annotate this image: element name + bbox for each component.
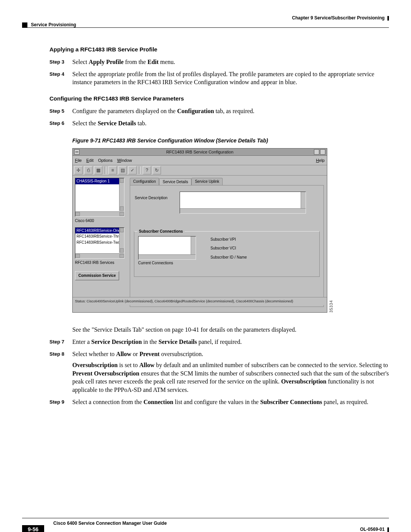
step-5: Step 5 Configure the parameters displaye… xyxy=(49,107,389,115)
header-chapter-text: Chapter 9 Service/Subscriber Provisionin… xyxy=(292,15,384,21)
workarea: CHASSIS-Region 1 Cisco 6400 RFC1483IRBSe… xyxy=(73,176,327,305)
list-item[interactable]: CHASSIS-Region 1 xyxy=(75,178,124,184)
scrollbar-vertical[interactable] xyxy=(119,228,124,253)
footer-bar-icon xyxy=(387,527,389,532)
page: Chapter 9 Service/Subscriber Provisionin… xyxy=(0,0,411,532)
figure-number: 35334 xyxy=(329,300,334,313)
heading-configuring: Configuring the RFC1483 IRB Service Para… xyxy=(49,95,389,102)
header-bar-icon xyxy=(387,16,389,21)
menu-file[interactable]: File xyxy=(75,158,82,163)
step-body: Enter a Service Description in the Servi… xyxy=(72,338,389,346)
right-panel: Configuration Service Details Service Up… xyxy=(130,178,324,307)
menu-window[interactable]: Window xyxy=(117,158,132,163)
toolbar-refresh-icon[interactable]: ↻ xyxy=(153,166,161,174)
step-body: Select Apply Profile from the Edit menu. xyxy=(72,58,389,66)
toolbar: ✢ ⎙ ▦ ≡ ▤ ✓ ? ↻ xyxy=(73,165,327,176)
scrollbar-vertical[interactable] xyxy=(191,236,196,255)
step-body: Configure the parameters displayed on th… xyxy=(72,107,389,115)
header-square-icon xyxy=(22,22,27,28)
service-description-input[interactable] xyxy=(180,192,306,214)
toolbar-check-icon[interactable]: ✓ xyxy=(128,166,137,174)
step-body: Select a connection from the Connection … xyxy=(72,398,389,406)
services-list[interactable]: RFC1483IRBService-One RFC1483IRBService-… xyxy=(75,227,124,259)
group-legend: Subscriber Connections xyxy=(137,229,185,234)
services-caption: RFC1483 IRB Services xyxy=(75,260,124,265)
header-chapter: Chapter 9 Service/Subscriber Provisionin… xyxy=(292,15,389,21)
header-section-text: Service Provisioning xyxy=(31,22,76,27)
list-item[interactable]: RFC1483IRBService-One xyxy=(75,228,124,234)
scrollbar-vertical[interactable] xyxy=(301,192,306,209)
menu-edit[interactable]: Edit xyxy=(86,158,94,163)
step-label: Step 6 xyxy=(49,119,72,128)
step-label: Step 4 xyxy=(49,70,72,86)
chassis-caption: Cisco 6400 xyxy=(75,218,124,224)
header-rule xyxy=(22,27,389,28)
step-4: Step 4 Select the appropriate profile fr… xyxy=(49,70,389,86)
toolbar-btn-3[interactable]: ▦ xyxy=(94,166,102,174)
current-connections-list[interactable] xyxy=(138,236,196,260)
step-body: Select whether to Allow or Prevent overs… xyxy=(72,350,389,394)
current-connections-caption: Current Connections xyxy=(138,260,173,266)
subscriber-vpi-label: Subscriber VPI xyxy=(210,237,247,242)
footer-title: Cisco 6400 Service Connection Manager Us… xyxy=(53,521,167,526)
title-bar[interactable]: RFC1483 IRB Service Configuration xyxy=(73,149,327,156)
chassis-list[interactable]: CHASSIS-Region 1 xyxy=(75,178,124,217)
step-body: Select the appropriate profile from the … xyxy=(72,70,389,86)
scrollbar-horizontal[interactable] xyxy=(180,208,306,213)
left-panel: CHASSIS-Region 1 Cisco 6400 RFC1483IRBSe… xyxy=(75,178,124,280)
subscriber-connections-group: Subscriber Connections Current Connectio… xyxy=(134,231,320,277)
tab-configuration[interactable]: Configuration xyxy=(130,178,159,185)
step-7: Step 7 Enter a Service Description in th… xyxy=(49,338,389,346)
scrollbar-horizontal[interactable] xyxy=(139,254,196,259)
heading-applying: Applying a RFC1483 IRB Service Profile xyxy=(49,46,389,53)
content: Applying a RFC1483 IRB Service Profile S… xyxy=(49,46,389,410)
step-8: Step 8 Select whether to Allow or Preven… xyxy=(49,350,389,394)
toolbar-separator xyxy=(139,166,140,174)
subscriber-vci-label: Subscriber VCI xyxy=(210,246,247,251)
tabs: Configuration Service Details Service Up… xyxy=(130,178,324,185)
scrollbar-horizontal[interactable] xyxy=(75,211,124,216)
footer-doc-id: OL-0569-01 xyxy=(360,527,389,532)
subscriber-labels: Subscriber VPI Subscriber VCI Subscriber… xyxy=(210,237,247,264)
step-body: Select the Service Details tab. xyxy=(72,119,389,128)
step-3: Step 3 Select Apply Profile from the Edi… xyxy=(49,58,389,66)
figure-caption: Figure 9-71 RFC1483 IRB Service Configur… xyxy=(72,137,389,144)
step-label: Step 5 xyxy=(49,107,72,115)
header-section: Service Provisioning xyxy=(22,22,76,28)
toolbar-help-icon[interactable]: ? xyxy=(143,166,151,174)
window-title: RFC1483 IRB Service Configuration xyxy=(73,149,327,155)
window-buttons xyxy=(314,149,325,155)
menu-help[interactable]: Help xyxy=(316,158,325,163)
step-label: Step 3 xyxy=(49,58,72,66)
toolbar-btn-1[interactable]: ✢ xyxy=(74,166,83,174)
subscriber-id-label: Subscriber ID / Name xyxy=(210,255,247,260)
menubar: File Edit Options Window Help xyxy=(73,156,327,165)
service-description-label: Service Description xyxy=(135,195,167,201)
step-9: Step 9 Select a connection from the Conn… xyxy=(49,398,389,406)
menu-options[interactable]: Options xyxy=(98,158,113,163)
commission-service-button[interactable]: Commission Service xyxy=(75,271,119,280)
step-label: Step 7 xyxy=(49,338,72,346)
tab-service-uplink[interactable]: Service Uplink xyxy=(191,178,223,185)
list-item[interactable]: RFC1483IRBService-Two xyxy=(75,240,124,246)
step-label: Step 8 xyxy=(49,350,72,394)
toolbar-list-icon[interactable]: ≡ xyxy=(108,166,117,174)
list-item[interactable]: RFC1483IRBService-Three xyxy=(75,233,124,240)
page-number: 9-56 xyxy=(22,525,44,532)
toolbar-separator xyxy=(105,166,106,174)
status-bar: Status: Cisco6400ServiceUplink (decommis… xyxy=(73,297,327,305)
tab-service-details[interactable]: Service Details xyxy=(159,178,191,185)
maximize-icon[interactable] xyxy=(320,149,325,155)
step-6: Step 6 Select the Service Details tab. xyxy=(49,119,389,128)
minimize-icon[interactable] xyxy=(314,149,319,155)
figure-window: 35334 RFC1483 IRB Service Configuration … xyxy=(72,148,327,313)
tab-pane: Service Description Subscriber Connectio… xyxy=(130,185,324,307)
step-label: Step 9 xyxy=(49,398,72,406)
scrollbar-vertical[interactable] xyxy=(119,178,124,211)
toolbar-print-icon[interactable]: ⎙ xyxy=(84,166,92,174)
toolbar-btn-5[interactable]: ▤ xyxy=(118,166,127,174)
footer: Cisco 6400 Service Connection Manager Us… xyxy=(22,518,389,518)
scrollbar-horizontal[interactable] xyxy=(75,253,124,258)
after-figure-text: See the "Service Details Tab" section on… xyxy=(72,326,389,334)
